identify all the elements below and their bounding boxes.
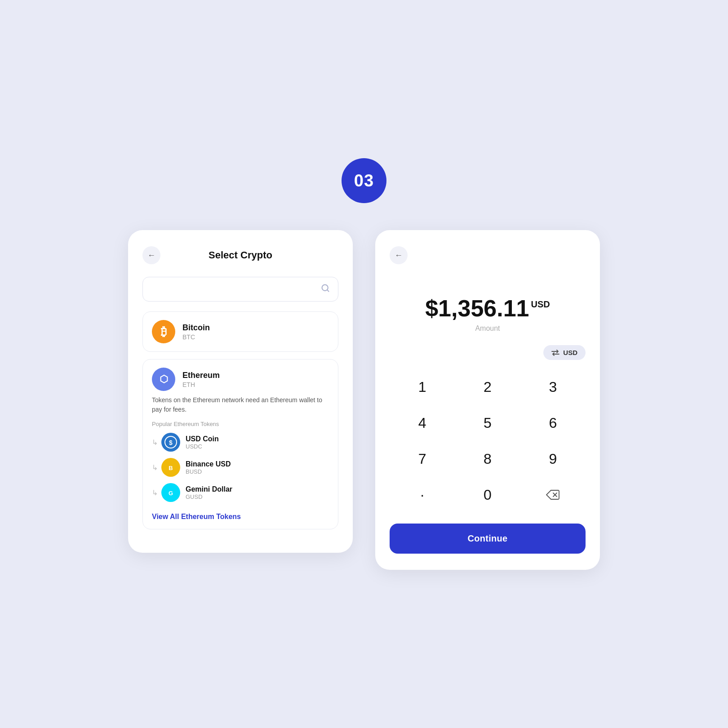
- search-input[interactable]: [151, 285, 321, 294]
- select-crypto-title: Select Crypto: [209, 249, 272, 261]
- usdc-icon: $: [161, 433, 180, 452]
- svg-text:G: G: [169, 490, 173, 497]
- ethereum-info: Ethereum ETH: [182, 371, 220, 388]
- ethereum-item[interactable]: ⬡ Ethereum ETH Tokens on the Ethereum ne…: [142, 359, 338, 529]
- gusd-arrow-icon: ↳: [152, 488, 158, 497]
- left-card-header: ← Select Crypto: [142, 246, 338, 264]
- currency-toggle: USD: [390, 345, 586, 360]
- key-backspace[interactable]: [520, 477, 586, 513]
- key-8[interactable]: 8: [455, 441, 520, 477]
- busd-arrow-icon: ↳: [152, 463, 158, 472]
- step-badge: 03: [342, 158, 386, 203]
- cards-row: ← Select Crypto ₿ Bitcoin BTC: [128, 230, 600, 570]
- usdc-token-item[interactable]: ↳ $ USD Coin USDC: [152, 433, 219, 452]
- key-5[interactable]: 5: [455, 405, 520, 441]
- key-2[interactable]: 2: [455, 369, 520, 405]
- search-icon: [321, 284, 330, 295]
- bitcoin-icon: ₿: [152, 320, 175, 343]
- svg-text:$: $: [169, 439, 173, 446]
- busd-icon: B: [161, 458, 180, 477]
- svg-text:B: B: [169, 465, 173, 471]
- numpad: 1 2 3 4 5 6 7 8 9 · 0: [390, 369, 586, 513]
- key-4[interactable]: 4: [390, 405, 455, 441]
- amount-entry-card: ← $1,356.11USD Amount USD 1 2 3 4 5: [375, 230, 600, 570]
- select-crypto-card: ← Select Crypto ₿ Bitcoin BTC: [128, 230, 353, 553]
- bitcoin-info: Bitcoin BTC: [182, 323, 210, 341]
- right-back-button[interactable]: ←: [390, 246, 408, 264]
- usdc-arrow-icon: ↳: [152, 438, 158, 447]
- svg-line-1: [327, 290, 329, 292]
- ethereum-icon: ⬡: [152, 368, 175, 391]
- amount-label: Amount: [390, 324, 586, 333]
- search-box[interactable]: [142, 277, 338, 302]
- key-9[interactable]: 9: [520, 441, 586, 477]
- amount-section: $1,356.11USD Amount: [390, 295, 586, 333]
- bitcoin-item[interactable]: ₿ Bitcoin BTC: [142, 311, 338, 352]
- right-card-header: ←: [390, 246, 586, 264]
- backspace-icon: [546, 490, 559, 500]
- left-back-button[interactable]: ←: [142, 246, 160, 264]
- key-dot[interactable]: ·: [390, 477, 455, 513]
- key-6[interactable]: 6: [520, 405, 586, 441]
- currency-superscript: USD: [531, 299, 550, 310]
- view-all-ethereum-tokens-link[interactable]: View All Ethereum Tokens: [152, 513, 241, 521]
- swap-icon: [551, 350, 559, 356]
- busd-token-item[interactable]: ↳ B Binance USD BUSD: [152, 458, 231, 477]
- gusd-token-item[interactable]: ↳ G Gemini Dollar GUSD: [152, 483, 232, 502]
- key-3[interactable]: 3: [520, 369, 586, 405]
- usd-toggle-button[interactable]: USD: [543, 345, 586, 360]
- key-7[interactable]: 7: [390, 441, 455, 477]
- key-0[interactable]: 0: [455, 477, 520, 513]
- key-1[interactable]: 1: [390, 369, 455, 405]
- gusd-icon: G: [161, 483, 180, 502]
- continue-button[interactable]: Continue: [390, 524, 586, 554]
- amount-display: $1,356.11: [425, 295, 529, 322]
